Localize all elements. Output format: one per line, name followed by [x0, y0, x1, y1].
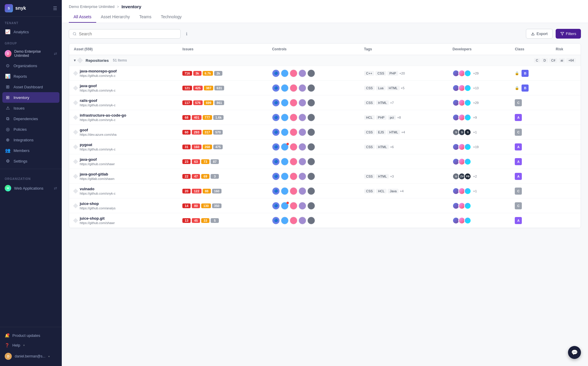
col-asset: Asset (559)	[69, 44, 178, 55]
org-section: ORGANIZATION W Web Applications ⇄	[0, 169, 62, 198]
issue-badge-high: 576	[193, 100, 203, 105]
asset-name: infrastructure-as-code-go	[80, 113, 126, 117]
svg-marker-3	[561, 32, 564, 35]
sidebar-item-inventory[interactable]: ⊞ Inventory	[2, 92, 59, 103]
table-row[interactable]: rails-goof https://github.com/snyk-c 117…	[69, 95, 581, 110]
tag-badge: CSS	[364, 100, 375, 105]
issue-badge-medium: 268	[203, 145, 212, 149]
filters-button[interactable]: Filters	[556, 29, 581, 39]
tenant-label: TENANT	[0, 17, 62, 27]
table-row[interactable]: java-goof https://github.com/snyk-c 1214…	[69, 81, 581, 95]
tab-asset-hierarchy[interactable]: Asset Hierarchy	[96, 11, 135, 23]
table-row[interactable]: pygoat https://github.com/snyk-c 3116026…	[69, 140, 581, 154]
logo-area: S snyk ☰	[0, 0, 62, 17]
inventory-label: Inventory	[14, 95, 29, 100]
tag-badge: EJS	[376, 130, 386, 135]
table-row[interactable]: java-goof-gitlab https://gitlab.com/shaw…	[69, 169, 581, 184]
tags-group: HCLPHPpci+8	[364, 115, 443, 120]
sidebar-item-members[interactable]: 👥 Members	[0, 145, 62, 156]
class-badge: C	[515, 99, 522, 106]
issue-badge-critical: 60	[182, 130, 191, 135]
breadcrumb-tenant[interactable]: Demo Enterprise Unlimited	[69, 4, 114, 9]
org-switch-icon[interactable]: ⇄	[54, 186, 57, 191]
sidebar-item-dependencies[interactable]: ⧉ Dependencies	[0, 113, 62, 124]
asset-name: pygoat	[80, 143, 116, 147]
issue-badges: 7163k6.7k2k	[182, 71, 263, 76]
group-label: GROUP	[0, 37, 62, 47]
issue-badge-high: 3k	[193, 71, 201, 76]
asset-diamond-icon	[73, 218, 78, 223]
tab-technology[interactable]: Technology	[156, 11, 186, 23]
org-group-header[interactable]: D Demo Enterprise Unlimited ⇄	[0, 47, 62, 60]
table-row[interactable]: juice-shop https://github.com/analys 148…	[69, 198, 581, 213]
product-updates-item[interactable]: 🔔 Product updates	[0, 331, 62, 340]
tag-badge: HCL	[376, 189, 387, 193]
issue-badges: 2012288160	[182, 189, 263, 193]
tag-more: +8	[397, 116, 401, 119]
issue-badge-medium: 130	[201, 203, 211, 208]
chevron-icon[interactable]: ▾	[74, 58, 76, 62]
class-cell: A	[515, 114, 546, 121]
issue-badge-medium: 88	[203, 189, 211, 193]
group-settings-icon[interactable]: ⇄	[54, 52, 57, 56]
issue-badge-low: 570	[213, 130, 223, 135]
asset-url: https://github.com/analys	[80, 206, 116, 210]
tag-more: +4	[400, 189, 404, 193]
filters-icon	[560, 32, 564, 36]
class-badge: B	[522, 70, 529, 77]
asset-url: https://github.com/snyk-c	[80, 89, 116, 92]
class-cell: C	[515, 202, 546, 209]
help-item[interactable]: ❓ Help ▾	[0, 340, 62, 350]
issue-badge-critical: 716	[182, 71, 192, 76]
sidebar-item-integrations[interactable]: ⊕ Integrations	[0, 135, 62, 145]
asset-url: https://github.com/snyk-c	[80, 103, 116, 107]
table-row[interactable]: infrastructure-as-code-go https://github…	[69, 110, 581, 125]
issue-badge-high: 80	[192, 203, 200, 208]
search-icon	[73, 32, 76, 36]
asset-dashboard-label: Asset Dashboard	[14, 85, 43, 89]
sidebar-item-asset-dashboard[interactable]: ⊞ Asset Dashboard	[0, 82, 62, 92]
table-row[interactable]: java-goof https://github.com/shawr 23637…	[69, 154, 581, 169]
issues-icon: ⚠	[5, 105, 11, 111]
reports-label: Reports	[14, 74, 27, 79]
issue-badges: 1480130350	[182, 203, 263, 208]
info-icon[interactable]: ℹ	[186, 32, 187, 36]
organizations-label: Organizations	[14, 64, 37, 68]
group-row-repositories[interactable]: ▾ Repositories 51 Items CDC#ai+64	[69, 55, 581, 66]
tag-badge: HTML	[387, 86, 400, 90]
chat-button[interactable]: 💬	[568, 346, 581, 359]
org-item-web-applications[interactable]: W Web Applications ⇄	[0, 182, 62, 194]
asset-name: rails-goof	[80, 98, 116, 103]
sidebar-item-reports[interactable]: 📊 Reports	[0, 71, 62, 82]
tag-badge: HTML	[387, 130, 400, 135]
web-applications-label: Web Applications	[14, 186, 44, 191]
issue-badge-critical: 31	[182, 145, 191, 149]
search-input[interactable]	[79, 32, 177, 36]
table-row[interactable]: goof https://dev.azure.com/sha 602933175…	[69, 125, 581, 140]
class-badge: A	[515, 158, 522, 165]
sidebar-item-policies[interactable]: ◎ Policies	[0, 124, 62, 135]
col-tags: Tags	[359, 44, 448, 55]
table-row[interactable]: java-monorepo-goof https://github.com/sn…	[69, 66, 581, 81]
issue-badge-medium: 387	[204, 86, 213, 90]
issue-badge-critical: 13	[182, 218, 191, 223]
export-button[interactable]: Export	[526, 29, 553, 39]
tag-badge: HTML	[376, 145, 389, 149]
search-bar[interactable]	[69, 29, 181, 39]
sidebar-item-issues[interactable]: ⚠ Issues	[0, 103, 62, 113]
asset-diamond-icon	[73, 85, 78, 90]
policies-icon: ◎	[5, 127, 11, 132]
asset-name: goof	[80, 128, 116, 132]
sidebar-item-analytics[interactable]: 📈 Analytics	[0, 27, 62, 37]
sidebar-item-organizations[interactable]: ⊙ Organizations	[0, 60, 62, 71]
tags-group: CSSHTML+3	[364, 174, 443, 179]
table-row[interactable]: juice-shop.git https://github.com/shawr …	[69, 213, 581, 228]
tab-all-assets[interactable]: All Assets	[69, 11, 96, 23]
tab-teams[interactable]: Teams	[135, 11, 156, 23]
top-bar: Demo Enterprise Unlimited > Inventory Al…	[62, 0, 588, 23]
user-profile-item[interactable]: D daniel.berman@s... ▾	[0, 350, 62, 362]
class-cell: C	[515, 188, 546, 195]
sidebar-item-settings[interactable]: ⚙ Settings	[0, 156, 62, 166]
table-row[interactable]: vulnado https://github.com/snyk-c 201228…	[69, 184, 581, 198]
menu-icon[interactable]: ☰	[53, 6, 57, 11]
